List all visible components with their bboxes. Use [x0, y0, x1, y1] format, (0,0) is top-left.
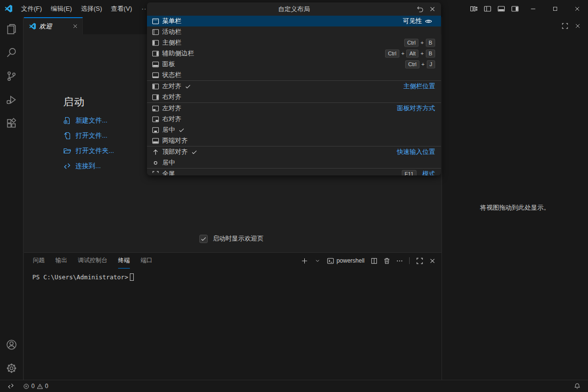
quickpick-item-menubar[interactable]: 菜单栏可见性: [147, 16, 441, 26]
quickpick-item-quickinput-center[interactable]: 居中: [147, 157, 441, 168]
more-actions-button[interactable]: [394, 255, 405, 267]
customize-layout-button[interactable]: [467, 0, 481, 17]
menu-selection[interactable]: 选择(S): [76, 0, 106, 17]
layout-sidebar-right-icon: [152, 50, 159, 57]
key-plus: +: [401, 50, 404, 56]
reset-layout-button[interactable]: [416, 5, 424, 13]
quickpick-group-action[interactable]: 模式: [422, 170, 435, 175]
tab-welcome[interactable]: 欢迎: [24, 17, 83, 34]
quickpick-item-label: 两端对齐: [162, 136, 188, 145]
start-link-open-folder[interactable]: 打开文件夹...: [63, 143, 114, 158]
customize-layout-icon: [470, 5, 478, 13]
layout-sidebar-right-icon: [152, 94, 159, 101]
quickpick-item-sidebar-right[interactable]: 右对齐: [147, 92, 441, 102]
sidebar-item-extensions[interactable]: [0, 111, 24, 135]
quickpick-item-quickinput-top[interactable]: 顶部对齐快速输入位置: [147, 147, 441, 157]
quickpick-group-action[interactable]: 面板对齐方式: [397, 104, 435, 113]
check-icon: [178, 127, 185, 133]
maximize-panel-button[interactable]: [414, 255, 425, 267]
close-aux-button[interactable]: [574, 23, 581, 29]
panel-tab-output[interactable]: 输出: [55, 253, 67, 269]
close-icon[interactable]: [72, 23, 78, 29]
minimize-icon: [530, 5, 537, 12]
menu-edit[interactable]: 编辑(E): [47, 0, 76, 17]
notifications-bell[interactable]: [571, 380, 583, 392]
show-welcome-checkbox[interactable]: [199, 235, 208, 243]
minimize-button[interactable]: [522, 0, 544, 17]
quickpick-item-sidebar-left[interactable]: 左对齐主侧栏位置: [147, 81, 441, 92]
keybinding: F11: [402, 170, 416, 176]
maximize-aux-button[interactable]: [562, 23, 568, 29]
quickpick-item-label: 菜单栏: [162, 17, 181, 25]
shell-button[interactable]: powershell: [325, 257, 367, 265]
quickpick-item-label: 右对齐: [162, 93, 181, 101]
menu-view[interactable]: 查看(V): [106, 0, 136, 17]
menu-file[interactable]: 文件(F): [17, 0, 47, 17]
panel-tab-terminal[interactable]: 终端: [118, 253, 130, 269]
sidebar-item-source-control[interactable]: [0, 64, 24, 88]
activity-account[interactable]: [0, 333, 24, 356]
account-icon: [6, 339, 17, 350]
sidebar-item-explorer[interactable]: [0, 17, 24, 41]
quickpick-item-panel-left[interactable]: 左对齐面板对齐方式: [147, 103, 441, 114]
key-chip: J: [427, 60, 436, 69]
visibility-button[interactable]: 可见性: [403, 17, 435, 25]
quickpick-group-action[interactable]: 主侧栏位置: [403, 82, 435, 91]
quickpick-item-label: 左对齐: [162, 82, 181, 91]
start-link-new-file[interactable]: 新建文件...: [63, 113, 114, 128]
close-window-button[interactable]: [566, 0, 588, 17]
quickpick-item-panel-center[interactable]: 居中: [147, 124, 441, 135]
quickpick-group-action[interactable]: 快速输入位置: [397, 147, 435, 156]
key-chip: Ctrl: [405, 60, 419, 69]
key-chip: B: [426, 49, 435, 58]
remote-indicator[interactable]: [5, 380, 17, 392]
sidebar-item-search[interactable]: [0, 41, 24, 64]
key-chip: Ctrl: [385, 49, 399, 58]
new-terminal-button[interactable]: [299, 255, 310, 267]
activity-settings[interactable]: [0, 356, 24, 380]
expand-icon: [562, 23, 568, 29]
status-bar: 00: [0, 380, 588, 392]
quickpick-item-fullscreen[interactable]: 全屏F11模式: [147, 169, 441, 175]
quickpick-item-label: 顶部对齐: [162, 147, 188, 156]
problems-status[interactable]: 00: [21, 380, 50, 392]
panel-tab-debug-console[interactable]: 调试控制台: [78, 253, 107, 269]
toggle-panel-button[interactable]: [494, 0, 508, 17]
split-terminal-button[interactable]: [368, 255, 379, 267]
split-icon: [370, 257, 378, 265]
fullscreen-icon: [152, 171, 159, 176]
warning-icon: [37, 383, 43, 390]
expand-icon: [416, 257, 423, 265]
close-quickpick-button[interactable]: [429, 5, 436, 13]
quickpick-item-secondary-sidebar[interactable]: 辅助侧边栏Ctrl+Alt+B: [147, 48, 441, 59]
toggle-sidebar-button[interactable]: [481, 0, 494, 17]
quickpick-item-panel-justify[interactable]: 两端对齐: [147, 135, 441, 146]
quickpick-item-primary-sidebar[interactable]: 主侧栏Ctrl+B: [147, 37, 441, 48]
quickpick-item-panel-right[interactable]: 右对齐: [147, 114, 441, 124]
start-link-connect-to[interactable]: 连接到...: [63, 158, 114, 173]
new-file-icon: [63, 117, 71, 124]
sidebar-item-run-debug[interactable]: [0, 88, 24, 111]
shell-label: powershell: [337, 257, 365, 264]
panel-tab-problems[interactable]: 问题: [33, 253, 45, 269]
close-panel-button[interactable]: [427, 255, 438, 267]
quickpick-item-panel[interactable]: 面板Ctrl+J: [147, 59, 441, 70]
close-icon: [429, 5, 436, 13]
add-icon: [301, 257, 308, 265]
kill-terminal-button[interactable]: [381, 255, 392, 267]
check-icon: [200, 236, 207, 242]
quickpick-item-activitybar[interactable]: 活动栏: [147, 26, 441, 37]
quickpick-item-label: 活动栏: [162, 27, 181, 36]
quickpick-item-statusbar[interactable]: 状态栏: [147, 70, 441, 80]
start-link-open-file[interactable]: 打开文件...: [63, 128, 114, 143]
layout-statusbar-icon: [152, 72, 159, 79]
search-icon: [6, 47, 17, 58]
error-icon: [23, 383, 29, 390]
panel-tab-ports[interactable]: 端口: [141, 253, 152, 269]
start-link-label: 连接到...: [75, 162, 101, 171]
toggle-secondary-sidebar-button[interactable]: [508, 0, 522, 17]
terminal[interactable]: PS C:\Users\Administrator>: [24, 272, 441, 380]
files-icon: [6, 24, 17, 35]
maximize-button[interactable]: [544, 0, 566, 17]
terminal-dropdown-button[interactable]: [312, 255, 323, 267]
